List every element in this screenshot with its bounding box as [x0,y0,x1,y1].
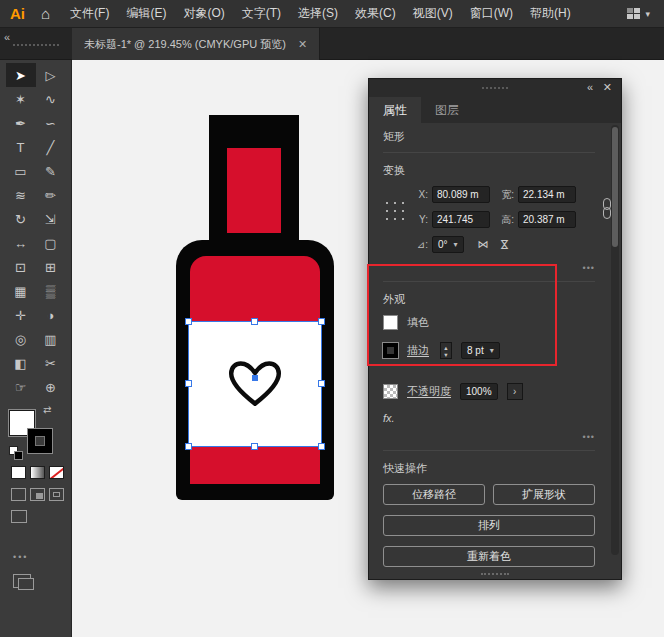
draw-behind-button[interactable] [30,488,45,501]
shape-builder-tool[interactable]: ⊡ [6,255,36,279]
column-graph-tool[interactable]: ▥ [36,327,66,351]
perspective-grid-tool[interactable]: ⊞ [36,255,66,279]
document-tab[interactable]: 未标题-1* @ 219.45% (CMYK/GPU 预览) ✕ [72,28,320,60]
selection-bounding-box[interactable] [188,321,322,447]
flip-horizontal-icon[interactable]: ⋈ [478,238,489,251]
swap-fill-stroke-icon[interactable]: ⇄ [43,404,51,415]
hand-tool[interactable]: ☞ [6,375,36,399]
selection-handle-e[interactable] [318,380,325,387]
workspace-switcher[interactable]: ▾ [627,8,650,19]
free-transform-tool[interactable]: ▢ [36,231,66,255]
appearance-more-options[interactable]: ••• [383,432,595,442]
selection-handle-s[interactable] [251,443,258,450]
opacity-label[interactable]: 不透明度 [407,384,451,399]
panel-resize-grip[interactable] [481,573,509,575]
screen-mode-button[interactable] [11,510,27,523]
stroke-color-swatch[interactable] [383,343,398,358]
menu-type[interactable]: 文字(T) [242,5,281,22]
selection-handle-ne[interactable] [318,318,325,325]
stepper-down-icon[interactable]: ▾ [441,351,451,358]
bottle-neck-fill[interactable] [227,148,281,233]
pen-tool[interactable]: ✒ [6,111,36,135]
menu-window[interactable]: 窗口(W) [470,5,513,22]
width-field[interactable]: 22.134 m [518,186,576,203]
transform-more-options[interactable]: ••• [383,263,595,273]
height-field[interactable]: 20.387 m [518,211,576,228]
recolor-button[interactable]: 重新着色 [383,546,595,567]
edit-toolbar-icon[interactable] [13,574,31,588]
opacity-options-chevron[interactable]: › [507,383,523,400]
menu-object[interactable]: 对象(O) [183,5,224,22]
tab-close-icon[interactable]: ✕ [298,38,307,51]
menu-file[interactable]: 文件(F) [70,5,109,22]
blend-tool[interactable]: ◑ [36,303,66,327]
draw-inside-button[interactable] [49,488,64,501]
stroke-weight-select[interactable]: 8 pt ▾ [461,342,500,359]
gradient-tool[interactable]: ▒ [36,279,66,303]
opacity-swatch[interactable] [383,384,398,399]
panel-collapse-icon[interactable]: « [587,81,593,93]
panel-scrollbar[interactable] [611,125,619,555]
mesh-tool[interactable]: ▦ [6,279,36,303]
width-tool[interactable]: ↔ [6,231,36,255]
home-icon[interactable]: ⌂ [41,5,50,22]
x-position-field[interactable]: 80.089 m [432,186,490,203]
none-button[interactable] [49,466,64,479]
rotate-tool[interactable]: ↻ [6,207,36,231]
stroke-color-well[interactable] [27,428,53,454]
menu-effect[interactable]: 效果(C) [355,5,396,22]
reference-point-grid[interactable] [386,202,388,204]
y-position-field[interactable]: 241.745 [432,211,490,228]
fx-effects-link[interactable]: fx. [383,412,595,424]
offset-path-button[interactable]: 位移路径 [383,484,485,505]
stepper-up-icon[interactable]: ▴ [441,344,451,351]
selection-handle-sw[interactable] [185,443,192,450]
selection-handle-se[interactable] [318,443,325,450]
slice-tool[interactable]: ✂ [36,351,66,375]
selection-handle-w[interactable] [185,380,192,387]
curvature-tool[interactable]: ∽ [36,111,66,135]
eyedropper-tool[interactable]: ✛ [6,303,36,327]
scrollbar-thumb[interactable] [612,127,618,247]
tab-layers[interactable]: 图层 [421,97,473,123]
tab-properties[interactable]: 属性 [369,97,421,123]
rectangle-tool[interactable]: ▭ [6,159,36,183]
gradient-button[interactable] [30,466,45,479]
selection-tool[interactable]: ➤ [6,63,36,87]
direct-selection-tool[interactable]: ▷ [36,63,66,87]
magic-wand-tool[interactable]: ✶ [6,87,36,111]
default-fill-stroke-icon[interactable] [9,446,18,455]
toolbar-more-options[interactable]: ••• [13,552,28,562]
selection-handle-nw[interactable] [185,318,192,325]
lasso-tool[interactable]: ∿ [36,87,66,111]
paintbrush-tool[interactable]: ✎ [36,159,66,183]
fill-color-swatch[interactable] [383,315,398,330]
menu-help[interactable]: 帮助(H) [530,5,571,22]
shaper-tool[interactable]: ≋ [6,183,36,207]
pencil-tool[interactable]: ✏ [36,183,66,207]
toolbar-collapse-icon[interactable]: « [4,31,10,43]
panel-close-icon[interactable]: ✕ [603,81,612,94]
symbol-sprayer-tool[interactable]: ◎ [6,327,36,351]
opacity-value-field[interactable]: 100% [460,383,498,400]
color-button[interactable] [11,466,26,479]
selection-handle-n[interactable] [251,318,258,325]
scale-tool[interactable]: ⇲ [36,207,66,231]
menu-select[interactable]: 选择(S) [298,5,338,22]
expand-shape-button[interactable]: 扩展形状 [493,484,595,505]
artboard-tool[interactable]: ◧ [6,351,36,375]
type-tool[interactable]: T [6,135,36,159]
draw-normal-button[interactable] [11,488,26,501]
stroke-label[interactable]: 描边 [407,343,429,358]
menu-edit[interactable]: 编辑(E) [126,5,166,22]
toolbar-drag-grip[interactable] [13,44,59,46]
arrange-button[interactable]: 排列 [383,515,595,536]
zoom-tool[interactable]: ⊕ [36,375,66,399]
stroke-weight-stepper[interactable]: ▴ ▾ [440,342,452,359]
app-logo[interactable]: Ai [10,5,25,22]
rotation-angle-select[interactable]: 0° ▾ [432,236,464,253]
line-segment-tool[interactable]: ╱ [36,135,66,159]
panel-drag-grip[interactable] [482,87,508,89]
menu-view[interactable]: 视图(V) [413,5,453,22]
flip-vertical-icon[interactable]: ⋈ [498,239,511,250]
